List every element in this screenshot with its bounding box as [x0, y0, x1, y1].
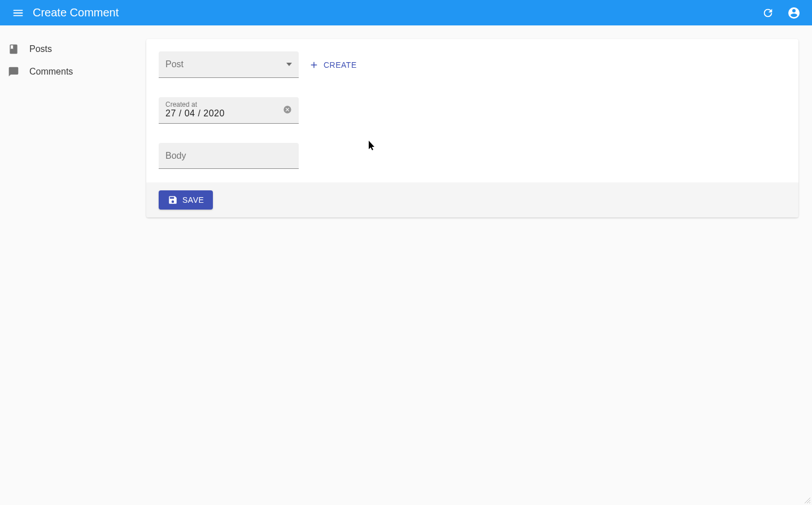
save-button[interactable]: SAVE	[159, 190, 213, 210]
account-circle-icon	[787, 6, 801, 20]
created-at-value: 27 / 04 / 2020	[165, 108, 225, 119]
appbar-actions	[761, 6, 801, 20]
form-card: Post CREATE Created at	[146, 39, 798, 217]
save-button-label: SAVE	[182, 195, 204, 204]
form-footer: SAVE	[146, 182, 798, 217]
dropdown-arrow-icon	[286, 63, 292, 66]
sidebar: Posts Comments	[0, 25, 133, 505]
sidebar-item-comments[interactable]: Comments	[0, 60, 133, 83]
page-title: Create Comment	[33, 6, 761, 19]
save-icon	[168, 195, 178, 205]
body-field[interactable]: Body	[159, 143, 299, 169]
main-content: Post CREATE Created at	[133, 25, 812, 505]
book-icon	[7, 43, 20, 55]
created-at-field[interactable]: Created at 27 / 04 / 2020	[159, 97, 299, 124]
create-post-button[interactable]: CREATE	[304, 56, 361, 73]
clear-date-button[interactable]	[283, 105, 293, 115]
sidebar-item-label: Comments	[29, 67, 73, 77]
sidebar-item-label: Posts	[29, 44, 52, 54]
appbar: Create Comment	[0, 0, 812, 25]
post-select-placeholder: Post	[165, 59, 286, 69]
layout: Posts Comments Post	[0, 25, 812, 505]
plus-icon	[309, 60, 319, 70]
created-at-label: Created at	[165, 101, 197, 108]
sidebar-item-posts[interactable]: Posts	[0, 38, 133, 60]
refresh-button[interactable]	[761, 6, 775, 20]
form-body: Post CREATE Created at	[146, 39, 798, 182]
menu-button[interactable]	[11, 6, 25, 20]
chat-icon	[7, 66, 20, 78]
post-select[interactable]: Post	[159, 51, 299, 78]
cancel-circle-icon	[283, 105, 293, 114]
create-post-label: CREATE	[324, 60, 357, 69]
body-placeholder: Body	[165, 151, 186, 161]
hamburger-icon	[12, 7, 24, 19]
account-button[interactable]	[787, 6, 801, 20]
refresh-icon	[762, 7, 774, 19]
